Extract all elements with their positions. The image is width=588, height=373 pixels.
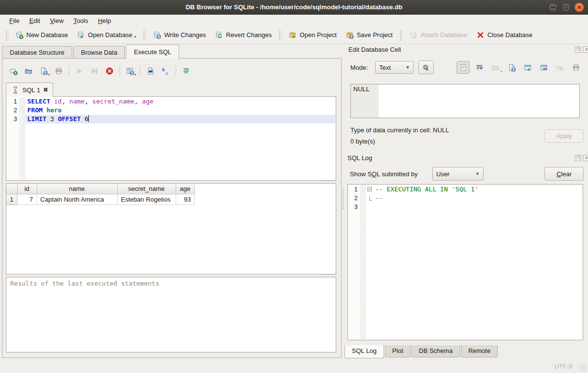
float-panel-icon[interactable]: ❐ [575,155,581,161]
code-line[interactable]: FROM hero [25,106,335,115]
minimize-icon[interactable] [548,2,558,12]
open-in-app-button[interactable] [521,61,534,74]
svg-text:a: a [165,70,168,75]
cell-id[interactable]: 7 [17,194,37,205]
fold-marker[interactable] [366,187,373,196]
new-database-button[interactable]: New Database [11,28,72,41]
edit-cell-toolbar: ▾ [457,61,582,74]
open-results-icon [126,67,134,75]
cell-editor[interactable]: NULL [350,84,580,118]
open-sql-file-button[interactable] [22,64,35,77]
export-button[interactable] [505,61,518,74]
print-button[interactable] [569,61,582,74]
apply-format-button[interactable] [418,61,434,74]
close-panel-icon[interactable]: ✕ [583,155,588,161]
code-line[interactable]: LIMIT 3 OFFSET 6 [25,115,335,124]
column-header-name[interactable]: name [37,184,117,194]
open-database-button[interactable]: Open Database▾ [72,28,141,41]
tab-execute-sql[interactable]: Execute SQL [126,44,179,59]
print-button[interactable] [52,64,65,77]
open-results-button[interactable]: ▾ [123,64,136,77]
collapse-icon[interactable] [367,187,372,191]
log-fold-margin [361,185,366,339]
maximize-icon[interactable] [561,2,571,12]
close-icon[interactable]: ✕ [574,2,584,12]
results-grid: idnamesecret_nameage17Captain North Amer… [6,183,336,274]
tab-browse-data[interactable]: Browse Data [73,46,125,59]
format-sql-button[interactable] [180,64,192,77]
splitter-handle[interactable] [322,180,334,182]
row-header[interactable]: 1 [6,194,17,205]
dock-tab-plot[interactable]: Plot [385,345,410,357]
menu-tools[interactable]: Tools [69,16,92,26]
dock-tab-db-schema[interactable]: DB Schema [411,345,460,357]
clear-log-button[interactable]: Clear [545,167,584,181]
cell-name[interactable]: Captain North America [37,194,117,205]
cell-editor-area[interactable] [378,84,579,118]
execute-all-button[interactable] [73,64,85,77]
menu-edit[interactable]: Edit [25,16,44,26]
write-changes-button[interactable]: Write Changes [148,28,210,41]
attach-database-button[interactable]: Attach Database [405,28,472,41]
toolbar-separator [176,66,176,76]
editor-code-area[interactable]: SELECT id, name, secret_name, ageFROM he… [25,97,335,180]
open-project-button[interactable]: Open Project [284,28,341,41]
toolbar-button-label: Close Database [487,31,533,39]
chevron-down-icon: ▾ [134,73,136,77]
results-corner-cell[interactable] [6,184,17,194]
replace-icon: ba [162,67,170,75]
sql-editor[interactable]: 123 SELECT id, name, secret_name, ageFRO… [6,96,336,181]
dock-tab-sql-log[interactable]: SQL Log [345,345,384,358]
word-wrap-button[interactable] [473,61,486,74]
cell-secret-name[interactable]: Esteban Rogelios [117,194,176,205]
apply-button[interactable]: Apply [545,129,584,143]
stop-button[interactable] [103,64,116,77]
hourglass-icon [11,86,20,94]
fold-marker[interactable] [366,196,373,205]
float-panel-icon[interactable]: ❐ [575,46,581,53]
set-null-button[interactable] [553,61,566,74]
new-sql-tab-button[interactable] [7,64,20,77]
cell-age[interactable]: 93 [176,194,195,205]
menu-help[interactable]: Help [94,16,116,26]
log-fold-markers[interactable] [366,185,373,339]
execute-to-cursor-button[interactable] [88,64,101,77]
log-filter-select[interactable]: User ▼ [432,167,484,181]
tab-sql-1[interactable]: SQL 1 ✖ [6,83,53,97]
close-panel-icon[interactable]: ✕ [583,46,588,53]
text-mode-button[interactable] [457,61,469,74]
find-button[interactable] [144,64,157,77]
splitter-handle[interactable] [322,273,334,276]
results-message-box[interactable]: Results of the last executed statements [6,277,336,352]
close-tab-icon[interactable]: ✖ [43,86,48,93]
line-number: 2 [348,194,360,203]
column-header-secret-name[interactable]: secret_name [117,184,176,194]
execute-all-icon [75,67,83,75]
toolbar-grip[interactable] [5,30,8,41]
menu-view[interactable]: View [45,16,68,26]
replace-button[interactable]: ba [159,64,172,77]
sql-subtab-bar: SQL 1 ✖ [6,83,53,97]
menu-file[interactable]: File [5,16,24,26]
find-icon [146,67,155,75]
import-button[interactable]: ▾ [489,61,502,74]
dock-tab-remote[interactable]: Remote [461,345,498,357]
new-sql-tab-icon [9,67,18,75]
save-project-button[interactable]: Save Project [341,28,397,41]
column-header-age[interactable]: age [176,184,195,194]
code-line[interactable]: SELECT id, name, secret_name, age [25,97,335,106]
cell-null-strip: NULL [351,84,378,118]
link-button[interactable] [537,61,550,74]
tab-database-structure[interactable]: Database Structure [2,46,72,59]
revert-changes-button[interactable]: Revert Changes [210,28,276,41]
sql-log-editor[interactable]: 123 -- EXECUTING ALL IN 'SQL 1'-- [347,184,583,340]
resize-grip[interactable] [579,364,586,371]
column-header-id[interactable]: id [17,184,37,194]
title-bar[interactable]: DB Browser for SQLite - /home/user/code/… [0,0,588,15]
toolbar-button-label: Save Project [357,31,393,39]
save-sql-file-button[interactable]: ▾ [37,64,50,77]
revert-changes-icon [215,31,223,39]
panel-splitter[interactable] [342,188,345,209]
mode-select[interactable]: Text ▼ [375,61,414,74]
close-database-button[interactable]: Close Database [472,28,537,41]
